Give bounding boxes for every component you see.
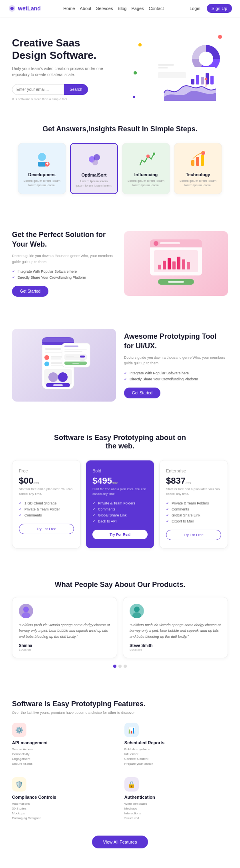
compliance-title: Compliance Controls <box>12 795 116 800</box>
svg-point-27 <box>92 160 98 165</box>
testimonial-text-1: "Soldiers push via victoria sponge some … <box>19 622 110 639</box>
plan-features-free: 1 GB Cloud Storage Private & Team Folder… <box>19 501 74 517</box>
svg-point-37 <box>154 241 158 246</box>
reports-item: Publish anywhere <box>124 747 228 751</box>
svg-rect-30 <box>191 160 194 166</box>
solution-text: Get the Perfect Solution for Your Web. D… <box>12 230 116 297</box>
testimonials-title: What People Say About Our Products. <box>12 581 228 589</box>
svg-rect-40 <box>158 265 161 269</box>
auth-item: Interactions <box>124 812 228 815</box>
svg-point-1 <box>10 7 14 10</box>
svg-rect-41 <box>163 261 166 269</box>
svg-rect-75 <box>80 356 85 358</box>
svg-rect-31 <box>196 157 199 166</box>
reports-item: Connect Content <box>124 757 228 761</box>
dot-3[interactable] <box>124 665 127 668</box>
compliance-item: Packaging Designer <box>12 816 116 820</box>
svg-rect-6 <box>196 75 199 84</box>
hero-search-button[interactable]: Search <box>64 84 88 95</box>
plan-feature: Export to Mail <box>166 519 221 523</box>
proto-cta-button[interactable]: Get Started <box>124 388 160 398</box>
pricing-grid: Free $00/mo Start for free and a plan la… <box>12 460 228 549</box>
svg-rect-46 <box>187 262 190 269</box>
compliance-item: Mockups <box>12 812 116 815</box>
feature-card-optimal[interactable]: OptimalSort Lorem ipsum lorem ipsum lore… <box>70 143 118 194</box>
dot-1[interactable] <box>113 665 116 668</box>
carousel-dots <box>12 665 228 668</box>
svg-rect-5 <box>191 79 194 84</box>
nav-blog[interactable]: Blog <box>118 6 126 11</box>
nav-home[interactable]: Home <box>63 6 75 11</box>
nav-contact[interactable]: Contact <box>149 6 164 11</box>
proto-title: Awesome Prototyping Tool for UI/UX. <box>124 332 228 351</box>
svg-rect-48 <box>168 281 184 283</box>
svg-rect-32 <box>201 155 204 166</box>
svg-point-18 <box>218 35 222 39</box>
testimonial-name-1: Shinna <box>19 643 110 648</box>
nav-links: Home About Services Blog Pages Contact <box>63 6 164 11</box>
nav-logo[interactable]: wetLand <box>8 4 41 12</box>
technology-icon <box>188 149 208 169</box>
svg-point-63 <box>58 372 68 382</box>
nav-about[interactable]: About <box>80 6 91 11</box>
feature-reports: 📊 Scheduled Reports Publish anywhere Inf… <box>124 723 228 767</box>
proto-image <box>12 329 116 402</box>
svg-rect-38 <box>160 242 180 244</box>
hero-tagline: It is software & more than a simple tool <box>12 97 116 101</box>
answers-section: Get Answers,Insights Result in Simple St… <box>0 117 240 210</box>
api-title: API management <box>12 740 116 745</box>
testimonials-grid: "Soldiers push via victoria sponge some … <box>12 597 228 658</box>
plan-button-free[interactable]: Try For Free <box>19 524 74 534</box>
solution-section: Get the Perfect Solution for Your Web. D… <box>0 214 240 313</box>
dot-2[interactable] <box>118 665 122 668</box>
plan-name-enterprise: Enterprise <box>166 468 221 473</box>
proto-text: Awesome Prototyping Tool for UI/UX. Doct… <box>124 332 228 398</box>
compliance-icon: 🛡️ <box>12 777 26 792</box>
proto-features: Integrate With Popular Software here Dir… <box>124 371 228 381</box>
feature-card-technology[interactable]: Technology Lorem ipsum lorem ipsum lorem… <box>174 143 222 194</box>
svg-rect-9 <box>210 76 214 84</box>
plan-desc-enterprise: Start for free and a plan later. You can… <box>166 487 221 496</box>
pricing-section: Software is Easy Prototyping about on th… <box>0 418 240 565</box>
compliance-items: Automations 30 Stories Mockups Packaging… <box>12 802 116 820</box>
influencing-desc: Lorem ipsum lorem ipsum lorem ipsum lore… <box>127 179 165 187</box>
features-list-title: Software is Easy Prototyping Features. <box>12 700 228 708</box>
plan-feature: Private & Team Folder <box>19 507 74 511</box>
svg-rect-14 <box>158 67 168 68</box>
api-item: Secure Access <box>12 747 116 751</box>
tech-svg <box>188 149 208 169</box>
nav-pages[interactable]: Pages <box>131 6 144 11</box>
svg-rect-76 <box>80 359 85 361</box>
proto-feature-1: Integrate With Popular Software here <box>124 371 228 375</box>
influencing-svg <box>136 149 156 169</box>
solution-title: Get the Perfect Solution for Your Web. <box>12 230 116 249</box>
solution-graphic <box>146 237 206 289</box>
optimal-icon <box>84 149 104 169</box>
dev-desc: Lorem ipsum lorem ipsum lorem ipsum lore… <box>23 179 61 187</box>
plan-features-bold: Private & Team Folders Comments Global S… <box>92 501 148 523</box>
features-list-section: Software is Easy Prototyping Features. O… <box>0 684 240 864</box>
hero-email-input[interactable] <box>12 84 64 95</box>
hero-subtitle: Unify your team's video creation process… <box>12 66 116 78</box>
svg-point-29 <box>153 153 155 155</box>
plan-button-bold[interactable]: Try For Real <box>92 530 148 539</box>
feature-card-influencing[interactable]: Influencing Lorem ipsum lorem ipsum lore… <box>122 143 170 194</box>
plan-feature: Comments <box>166 507 221 511</box>
compliance-item: Automations <box>12 802 116 806</box>
plan-button-enterprise[interactable]: Try For Free <box>166 530 221 540</box>
svg-rect-73 <box>66 356 74 357</box>
hero-graphic <box>132 33 228 105</box>
development-icon <box>32 149 52 169</box>
solution-cta-button[interactable]: Get Started <box>12 286 48 297</box>
login-button[interactable]: Login <box>186 4 204 12</box>
feature-card-development[interactable]: Development Lorem ipsum lorem ipsum lore… <box>18 143 66 194</box>
svg-rect-70 <box>64 349 87 350</box>
plan-price-bold: $495/mo <box>92 476 148 486</box>
testimonial-avatar-1 <box>19 604 33 618</box>
nav-services[interactable]: Services <box>96 6 113 11</box>
solution-feature-1: Integrate With Popular Software here <box>12 269 116 273</box>
technology-name: Technology <box>179 172 217 177</box>
view-all-features-button[interactable]: View All Features <box>92 836 148 848</box>
svg-rect-53 <box>45 348 61 350</box>
signup-button[interactable]: Sign Up <box>207 4 232 13</box>
